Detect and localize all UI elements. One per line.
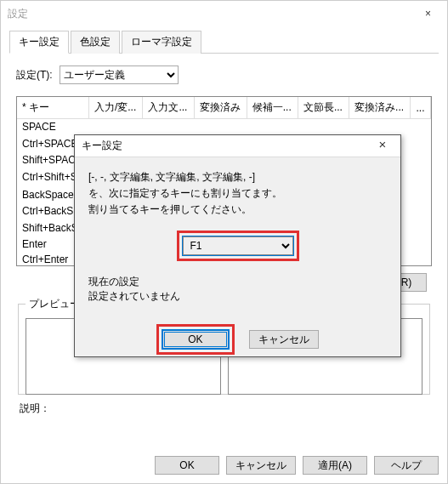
apply-button[interactable]: 適用(A) bbox=[303, 456, 367, 475]
col-6[interactable]: 変換済み... bbox=[349, 97, 411, 119]
dialog-titlebar: キー設定 × bbox=[75, 135, 400, 157]
window-close-button[interactable]: × bbox=[409, 1, 447, 26]
ok-button[interactable]: OK bbox=[155, 456, 219, 475]
key-assign-dialog: キー設定 × [-, -, 文字編集, 文字編集, 文字編集, -] を、次に指… bbox=[74, 134, 401, 357]
col-key[interactable]: * キー bbox=[17, 97, 88, 119]
col-more[interactable]: ... bbox=[411, 97, 431, 119]
col-4[interactable]: 候補一... bbox=[247, 97, 298, 119]
col-5[interactable]: 文節長... bbox=[298, 97, 349, 119]
ok-highlight: OK bbox=[156, 324, 235, 355]
col-2[interactable]: 入力文... bbox=[143, 97, 194, 119]
footer-buttons: OK キャンセル 適用(A) ヘルプ bbox=[155, 456, 439, 475]
dialog-close-button[interactable]: × bbox=[370, 137, 395, 151]
tab-romaji[interactable]: ローマ字設定 bbox=[122, 31, 201, 54]
description-label: 説明： bbox=[20, 401, 428, 416]
tab-color[interactable]: 色設定 bbox=[71, 31, 120, 54]
current-setting: 現在の設定 設定されていません bbox=[88, 275, 387, 304]
dialog-message: [-, -, 文字編集, 文字編集, 文字編集, -] を、次に指定するキーにも… bbox=[88, 169, 387, 219]
settings-window: 設定 × キー設定 色設定 ローマ字設定 設定(T): ユーザー定義 * キー … bbox=[0, 0, 448, 484]
cancel-button[interactable]: キャンセル bbox=[226, 456, 296, 475]
help-button[interactable]: ヘルプ bbox=[374, 456, 439, 475]
table-header-row: * キー 入力/変... 入力文... 変換済み 候補一... 文節長... 変… bbox=[17, 97, 431, 119]
dialog-title: キー設定 bbox=[82, 139, 122, 153]
dialog-cancel-button[interactable]: キャンセル bbox=[249, 330, 319, 349]
tab-key[interactable]: キー設定 bbox=[9, 31, 69, 54]
setting-label: 設定(T): bbox=[16, 68, 53, 83]
titlebar: 設定 × bbox=[1, 1, 447, 26]
tab-strip: キー設定 色設定 ローマ字設定 bbox=[9, 30, 439, 54]
col-1[interactable]: 入力/変... bbox=[88, 97, 143, 119]
window-title: 設定 bbox=[8, 7, 28, 21]
key-input-combo[interactable]: F1 bbox=[183, 236, 293, 255]
dialog-ok-button[interactable]: OK bbox=[162, 330, 229, 349]
col-3[interactable]: 変換済み bbox=[194, 97, 247, 119]
table-row[interactable]: SPACE bbox=[17, 119, 431, 135]
setting-combo[interactable]: ユーザー定義 bbox=[60, 65, 179, 84]
key-input-highlight: F1 bbox=[177, 231, 299, 261]
